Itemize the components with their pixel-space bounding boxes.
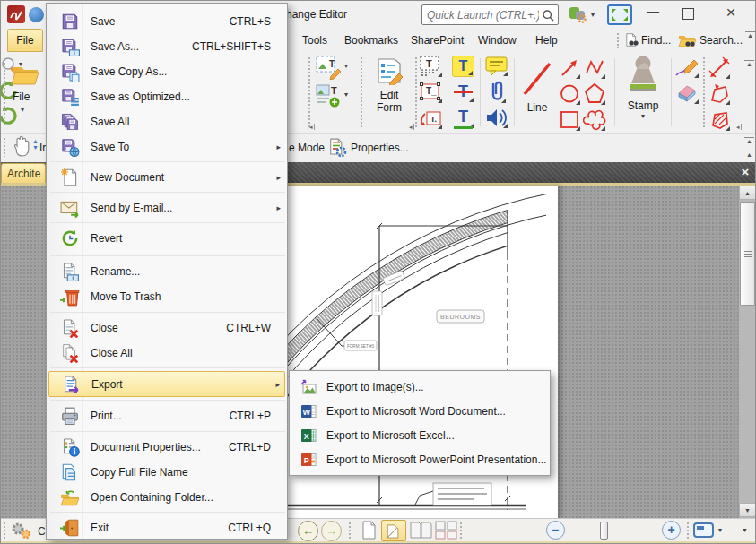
find-label[interactable]: Find...: [641, 34, 671, 47]
quick-access-icon[interactable]: [29, 7, 44, 22]
menu-item-save-all[interactable]: Save All: [48, 109, 285, 134]
minimize-button[interactable]: —: [639, 4, 666, 18]
menu-item-save[interactable]: Save CTRL+S: [48, 9, 285, 34]
form-text-box-icon[interactable]: T_: [419, 81, 443, 104]
close-document-button[interactable]: ×: [736, 164, 754, 181]
zoom-slider-thumb[interactable]: [600, 522, 608, 540]
menu-item-copy-full-file-name[interactable]: Copy Full File Name: [48, 460, 285, 485]
cloud-tool-icon[interactable]: [583, 108, 606, 132]
menu-item-move-to-trash[interactable]: Move To Trash: [48, 284, 285, 309]
scrollbar-thumb[interactable]: [740, 202, 755, 306]
polyline-tool-icon[interactable]: [583, 56, 606, 80]
theme-dropdown-icon[interactable]: ▾: [591, 11, 595, 19]
mode-label-partial[interactable]: e Mode: [289, 142, 325, 154]
two-page-layout-icon[interactable]: [410, 521, 432, 540]
menu-item-rename[interactable]: Rename...: [48, 259, 285, 284]
grid-layout-icon[interactable]: [435, 521, 458, 540]
arrow-tool-icon[interactable]: [558, 56, 581, 80]
submenu-item-export-to-word[interactable]: W Export to Microsoft Word Document...: [291, 399, 548, 423]
collapse-toolbar-icon[interactable]: ▲: [744, 151, 754, 158]
maximize-button[interactable]: [682, 8, 694, 20]
rectangle-tool-icon[interactable]: [558, 108, 581, 132]
menu-item-send-by-email[interactable]: Send by E-mail... ▸: [48, 195, 285, 220]
menu-item-close-all[interactable]: Close All: [48, 341, 285, 366]
submenu-item-export-to-powerpoint[interactable]: P Export to Microsoft PowerPoint Present…: [291, 447, 548, 471]
toolbar-grip[interactable]: [3, 522, 7, 540]
settings-gears-icon[interactable]: [8, 520, 35, 542]
history-forward-button[interactable]: →: [321, 521, 342, 541]
toolbar-grip[interactable]: [686, 522, 691, 540]
properties-label[interactable]: Properties...: [351, 142, 409, 154]
close-window-button[interactable]: ×: [718, 3, 743, 22]
find-icon[interactable]: [623, 32, 639, 47]
open-folder-toolbar-icon[interactable]: [11, 62, 39, 86]
edit-content-icon[interactable]: T: [315, 55, 342, 80]
search-label[interactable]: Search...: [700, 34, 743, 47]
add-text-icon[interactable]: T: [315, 83, 342, 108]
toolbar-grip[interactable]: [308, 56, 312, 128]
hand-tool-spin-icons[interactable]: ▲▼: [32, 138, 39, 151]
zoom-in-button[interactable]: +: [662, 521, 681, 540]
theme-settings-icon[interactable]: [569, 5, 588, 24]
menu-item-export[interactable]: Export ▸: [48, 371, 285, 397]
zoom-slider-track[interactable]: [569, 531, 659, 531]
area-tool-icon[interactable]: [708, 108, 731, 132]
document-tab-active[interactable]: Archite: [1, 163, 46, 183]
toolbar-grip[interactable]: [616, 32, 621, 48]
stamp-tool-button[interactable]: Stamp ▾: [619, 55, 667, 130]
fit-layout-button-active[interactable]: [381, 520, 406, 541]
fullscreen-icon[interactable]: [607, 4, 632, 25]
collapse-toolbar-icon[interactable]: ▲: [744, 137, 754, 144]
toolbar-grip[interactable]: [702, 56, 707, 128]
sound-icon[interactable]: [484, 107, 508, 129]
vertical-scrollbar[interactable]: ▲ ▼: [738, 186, 755, 518]
collapse-toolbar-icon[interactable]: ▲: [744, 60, 754, 67]
toolbar-grip[interactable]: [360, 56, 364, 128]
open-dropdown-icon[interactable]: ▾: [21, 106, 24, 114]
file-menu-button[interactable]: File: [7, 29, 43, 52]
dropdown-icon[interactable]: ▾: [344, 91, 348, 99]
statusbar-overflow-icon[interactable]: ▼: [742, 527, 748, 533]
menu-item-open-containing-folder[interactable]: Open Containing Folder...: [48, 485, 285, 510]
properties-icon[interactable]: [326, 137, 347, 158]
open-file-label[interactable]: File: [13, 91, 30, 103]
toolbar-grip[interactable]: [348, 522, 352, 540]
toolbar-grip[interactable]: [459, 522, 464, 540]
search-folder-icon[interactable]: [678, 33, 696, 47]
menu-item-revert[interactable]: Revert: [48, 226, 285, 251]
polygon-tool-icon[interactable]: [583, 82, 606, 106]
menu-item-print[interactable]: Print... CTRL+P: [48, 403, 285, 428]
text-field-tool-icon[interactable]: T: [419, 55, 443, 78]
menu-help[interactable]: Help: [526, 30, 568, 51]
hand-tool-icon[interactable]: [12, 134, 32, 159]
menu-tools[interactable]: Tools: [292, 30, 337, 51]
pencil-tool-icon[interactable]: [674, 56, 700, 79]
zoom-out-button[interactable]: –: [546, 521, 565, 540]
submenu-item-export-to-images[interactable]: Export to Image(s)...: [291, 375, 548, 399]
highlight-text-icon[interactable]: T: [452, 56, 474, 77]
history-back-button[interactable]: ←: [298, 521, 318, 541]
scroll-up-button[interactable]: ▲: [739, 186, 756, 200]
form-field-move-icon[interactable]: T.: [419, 107, 443, 130]
quick-launch-box[interactable]: [421, 4, 559, 25]
page-fit-icon[interactable]: [693, 522, 714, 538]
collapse-toolbar-icon[interactable]: ▲: [745, 31, 755, 39]
ellipse-tool-icon[interactable]: [558, 82, 581, 106]
scroll-down-button[interactable]: ▼: [739, 503, 756, 517]
toolbar-grip[interactable]: [3, 137, 7, 157]
menu-window[interactable]: Window: [468, 30, 526, 51]
perimeter-tool-icon[interactable]: [708, 82, 731, 106]
distance-tool-icon[interactable]: [708, 56, 731, 80]
menu-item-exit[interactable]: Exit CTRL+Q: [48, 515, 285, 540]
menu-item-save-to[interactable]: Save To ▸: [48, 134, 285, 160]
menu-item-new-document[interactable]: New Document ▸: [48, 165, 285, 190]
menu-item-save-copy-as[interactable]: Save Copy As...: [48, 59, 285, 84]
menu-item-document-properties[interactable]: Document Properties... CTRL+D: [48, 435, 285, 460]
eraser-tool-icon[interactable]: [674, 82, 700, 105]
toolbar-grip[interactable]: [3, 58, 7, 126]
attachment-icon[interactable]: [486, 80, 507, 104]
menu-item-close[interactable]: Close CTRL+W: [48, 315, 285, 341]
line-tool-button[interactable]: Line: [517, 55, 557, 130]
menu-sharepoint[interactable]: SharePoint: [401, 30, 474, 51]
edit-form-button[interactable]: Edit Form: [367, 55, 412, 130]
